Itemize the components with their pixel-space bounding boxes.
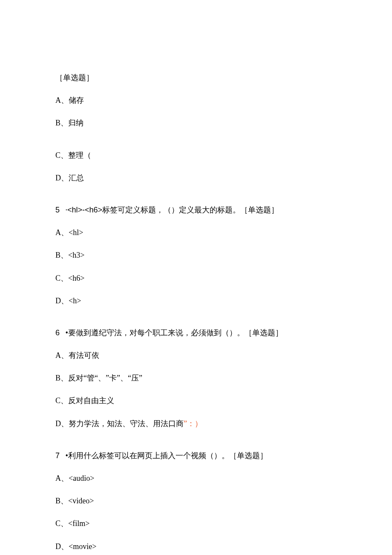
option-a: A、<audio> bbox=[55, 473, 337, 484]
question-number: 5 bbox=[55, 206, 60, 214]
option-d: D、<h> bbox=[55, 296, 337, 306]
option-c: C、<film> bbox=[55, 518, 337, 529]
option-d: D、<movie> bbox=[55, 541, 337, 552]
question-6-stem: 6 •要做到遵纪守法，对每个职工来说，必须做到（）。［单选题］ bbox=[55, 328, 337, 338]
bullet-icon bbox=[62, 206, 66, 214]
option-c: C、整理（ bbox=[55, 150, 337, 161]
question-5-stem: 5 ·<hl>-<h6>标签可定义标题，（）定义最大的标题。［单选题］ bbox=[55, 205, 337, 215]
option-d: D、努力学法，知法、守法、用法口商”：） bbox=[55, 418, 337, 429]
option-a: A、<hl> bbox=[55, 227, 337, 238]
option-b: B、<h3> bbox=[55, 250, 337, 261]
question-type-tag: ［单选题］ bbox=[55, 73, 337, 83]
option-c: C、<h6> bbox=[55, 273, 337, 284]
option-d-text: D、努力学法，知法、守法、用法口商 bbox=[55, 419, 184, 428]
question-number: 7 bbox=[55, 451, 60, 460]
option-d: D、汇总 bbox=[55, 173, 337, 183]
option-b: B、归纳 bbox=[55, 118, 337, 128]
option-b: B、反对“管“、”卡”、“压” bbox=[55, 373, 337, 384]
option-d-red-text: ”：） bbox=[184, 419, 202, 428]
option-a: A、有法可依 bbox=[55, 350, 337, 361]
question-7-stem: 7 •利用什么标签可以在网页上插入一个视频（）。［单选题］ bbox=[55, 450, 337, 461]
option-c: C、反对自由主义 bbox=[55, 395, 337, 406]
question-number: 6 bbox=[55, 328, 60, 337]
option-b: B、<video> bbox=[55, 496, 337, 506]
question-text: 要做到遵纪守法，对每个职工来说，必须做到（）。［单选题］ bbox=[68, 328, 283, 337]
option-a: A、储存 bbox=[55, 95, 337, 106]
question-text-code: <hl>-<h6> bbox=[67, 206, 102, 214]
question-text: 利用什么标签可以在网页上插入一个视频（）。［单选题］ bbox=[68, 451, 268, 460]
question-text: 标签可定义标题，（）定义最大的标题。［单选题］ bbox=[102, 206, 279, 214]
